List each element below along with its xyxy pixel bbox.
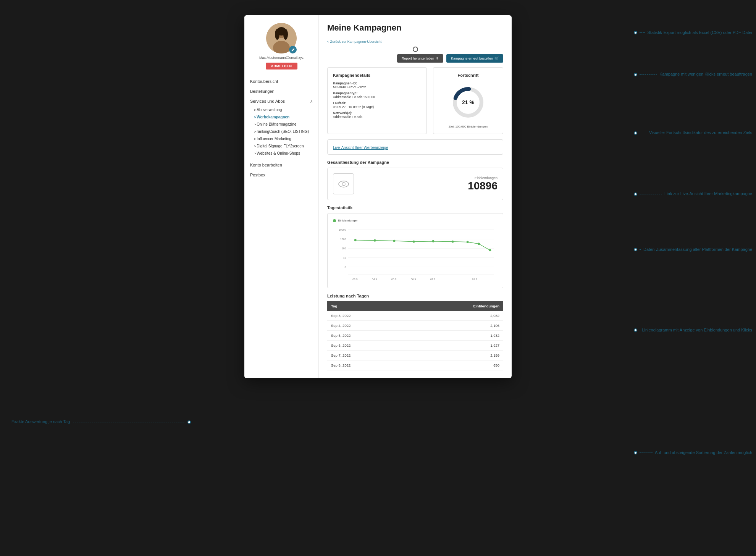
nav-rankingcoach[interactable]: rankingCoach (SEO, LISTING) [252,128,315,135]
cart-icon: 🛒 [494,57,499,60]
detail-laufzeit-label: Laufzeit: [333,101,421,105]
tagesstatistik-section: Tagestatistik Einblendungen [327,205,503,288]
ann-data: Daten-Zusammenfassung aller Plattformen … [634,247,752,252]
ann-reorder-text: Kampagne mit wenigen Klicks erneut beauf… [659,71,752,77]
tagesstatistik-heading: Tagestatistik [327,205,503,210]
gesamtleistung-inner: Einblendungen 10896 [333,173,498,194]
detail-netzwerk-value: Addressable TV Ads [333,115,421,119]
nav-digital-signage[interactable]: Digital Signage FLY2screen [252,142,315,150]
detail-typ-row: Kampagnentyp: Addressable TV Ads 150,000 [333,91,421,99]
svg-point-32 [452,241,454,243]
einblendungen-label: Einblendungen [468,176,498,180]
nav-sub-menu: Aboverwaltung Werbekampagnen Online Blät… [248,106,315,157]
table-cell-tag: Sep 4, 2022 [327,321,405,331]
gesamtleistung-section: Gesamtleistung der Kampagne Einblendunge… [327,160,503,200]
svg-text:06.9.: 06.9. [411,278,417,281]
nav-aboverwaltung[interactable]: Aboverwaltung [252,106,315,113]
nav-influencer[interactable]: Influencer Marketing [252,135,315,142]
avatar-edit-button[interactable] [289,46,297,53]
nav-kontoubersicht[interactable]: Kontoübersicht [248,76,315,86]
download-report-button[interactable]: Report herunterladen ⬇ [397,54,443,63]
details-progress-row: Kampagnendetails Kampagnen-ID: MC-X6KH-X… [327,67,503,134]
chevron-up-icon: ∧ [310,99,313,103]
left-annotations: Exakte Auswertung je nach Tag [0,8,115,556]
svg-point-5 [283,29,288,40]
svg-point-9 [342,183,345,186]
nav-menu: Kontoübersicht Bestellungen Services und… [244,76,318,180]
detail-laufzeit-value: 03.09.22 - 10.09.22 (8 Tage) [333,105,421,109]
nav-konto-bearbeiten[interactable]: Konto bearbeiten [248,160,315,170]
table-cell-tag: Sep 7, 2022 [327,351,405,360]
modal-card: Max.Mustermann@email.xyz ABMELDEN Kontoü… [244,15,512,378]
nav-websites[interactable]: Websites & Online-Shops [252,150,315,157]
svg-point-29 [393,240,396,242]
table-cell-tag: Sep 3, 2022 [327,311,405,321]
eye-icon [338,181,349,187]
table-row: Sep 6, 20221,927 [327,341,503,351]
detail-id-row: Kampagnen-ID: MC-X6KH-XYZ1-ZXY2 [333,81,421,89]
sidebar: Max.Mustermann@email.xyz ABMELDEN Kontoü… [244,15,319,378]
svg-text:10: 10 [343,257,346,259]
ann-progress-text: Visueller Fortschrittsindikator des zu e… [649,130,752,136]
svg-point-31 [432,240,435,242]
live-section: Live-Ansicht Ihrer Werbeanzeige [327,139,503,155]
chart-legend: Einblendungen [333,219,498,222]
progress-donut: 21 % [451,85,485,120]
detail-id-label: Kampagnen-ID: [333,81,421,85]
live-card: Live-Ansicht Ihrer Werbeanzeige [327,139,503,155]
table-cell-einblendungen: 1,932 [405,331,503,341]
reorder-label: Kampagne erneut bestellen [451,57,493,60]
logout-button[interactable]: ABMELDEN [266,63,297,70]
performance-table: Tag Einblendungen Sep 3, 20222,082Sep 4,… [327,301,503,370]
svg-text:05.9.: 05.9. [391,278,397,281]
breadcrumb-bar: < Zurück zur Kampagnen-Übersicht [327,40,503,44]
nav-bestellungen[interactable]: Bestellungen [248,86,315,96]
ann-live: Link zur Live-Ansicht Ihrer Marketingkam… [634,191,752,197]
right-annotations: Statistik-Export möglich als Excel (CSV)… [634,8,756,556]
legend-dot-einblendungen [333,219,336,222]
ann-export: Statistik-Export möglich als Excel (CSV)… [634,30,752,36]
svg-point-4 [275,29,279,40]
svg-text:0: 0 [344,266,346,268]
table-row: Sep 5, 20221,932 [327,331,503,341]
table-cell-tag: Sep 5, 2022 [327,331,405,341]
svg-text:04.9.: 04.9. [372,278,378,281]
eye-icon-box [333,173,354,194]
svg-text:03.9.: 03.9. [352,278,358,281]
reorder-button[interactable]: Kampagne erneut bestellen 🛒 [446,54,503,63]
fortschritt-title: Fortschritt [458,73,479,78]
svg-point-35 [489,249,491,251]
svg-point-8 [339,181,349,187]
outer-wrapper: Exakte Auswertung je nach Tag [0,8,756,556]
tagesstatistik-card: Einblendungen 10000 [327,213,503,288]
table-row: Sep 4, 20222,106 [327,321,503,331]
svg-text:07.9.: 07.9. [430,278,436,281]
nav-services-section[interactable]: Services und Abos ∧ [248,96,315,106]
col-tag-header[interactable]: Tag [327,301,405,311]
ann-days-text: Exakte Auswertung je nach Tag [11,419,70,425]
page-title: Meine Kampagnen [327,23,503,33]
svg-point-28 [374,239,376,242]
table-cell-tag: Sep 6, 2022 [327,341,405,351]
user-email: Max.Mustermann@email.xyz [259,56,304,60]
legend-label-einblendungen: Einblendungen [338,219,358,222]
ann-export-text: Statistik-Export möglich als Excel (CSV)… [648,30,752,36]
ann-live-text: Link zur Live-Ansicht Ihrer Marketingkam… [664,191,752,197]
back-link[interactable]: < Zurück zur Kampagnen-Übersicht [327,40,381,44]
gesamtleistung-heading: Gesamtleistung der Kampagne [327,160,503,165]
svg-text:08.9.: 08.9. [472,278,478,281]
table-row: Sep 7, 20222,199 [327,351,503,360]
nav-postbox[interactable]: Postbox [248,170,315,180]
nav-online-blaetter[interactable]: Online Blättermagazine [252,121,315,128]
live-link[interactable]: Live-Ansicht Ihrer Werbeanzeige [333,145,388,150]
nav-werbekampagnen[interactable]: Werbekampagnen [252,113,315,121]
svg-text:10000: 10000 [339,228,346,231]
progress-indicator-dot [413,47,418,52]
ann-progress: Visueller Fortschrittsindikator des zu e… [634,130,752,136]
col-einblendungen-header[interactable]: Einblendungen [405,301,503,311]
table-cell-einblendungen: 2,106 [405,321,503,331]
gesamtleistung-card: Einblendungen 10896 [327,168,503,200]
table-cell-einblendungen: 2,199 [405,351,503,360]
main-content: Meine Kampagnen < Zurück zur Kampagnen-Ü… [319,15,512,378]
table-row: Sep 3, 20222,082 [327,311,503,321]
